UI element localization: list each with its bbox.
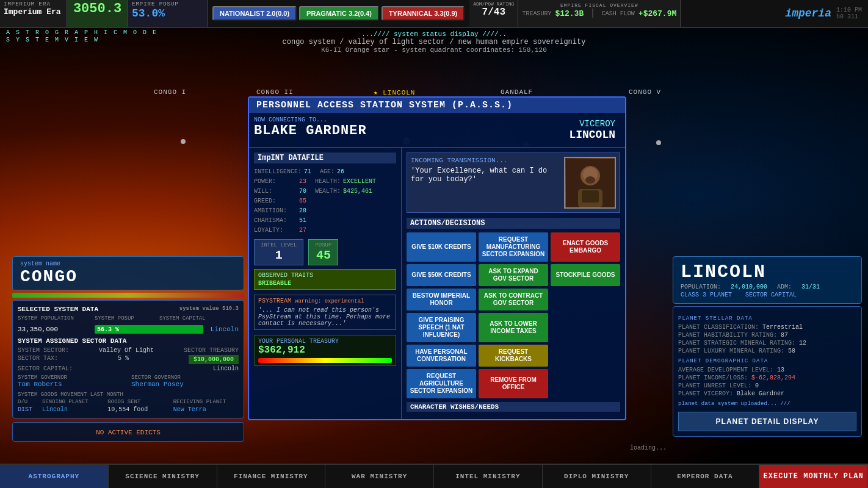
cashflow-key: CASH FLOW xyxy=(602,10,635,17)
year-value: 3050.3 xyxy=(73,1,121,16)
goods-header: D/U SENDING PLANET GOODS SENT RECIEVING … xyxy=(18,399,239,405)
power-val: 23 xyxy=(299,177,306,187)
req-agri-button[interactable]: REQUEST AGRICULTURE SECTOR EXPANSION xyxy=(407,369,476,398)
charisma-key: CHARISMA: xyxy=(254,216,297,226)
sys-gov-title: SYSTEM GOVERNOR xyxy=(18,375,125,381)
bestow-honor-button[interactable]: BESTOW IMPERIAL HONOR xyxy=(407,289,476,310)
stat-intelligence: INTELLIGENCE: 71 AGE: 26 xyxy=(254,167,396,177)
nav-science[interactable]: SCIENCE MINISTRY xyxy=(109,465,217,488)
wealth-key: WEALTH: xyxy=(315,187,341,196)
pop-value: 33,350,000 xyxy=(18,326,91,333)
intel-posup-row: INTEL LEVEL 1 POSUP 45 xyxy=(254,239,396,265)
req-mfg-button[interactable]: REQUEST MANUFACTURING SECTOR EXPANSION xyxy=(479,232,548,262)
viceroy-block: VICEROY LINCOLN xyxy=(564,117,620,143)
gandalf-label: GANDALF xyxy=(501,88,533,96)
logo: imperia xyxy=(785,7,831,20)
nationalist-badge[interactable]: NATIONALIST 2.0(0.0) xyxy=(212,6,297,21)
tax-key: SECTOR TAX: xyxy=(18,355,58,364)
sector-treasury-val: $10,000,000 xyxy=(189,355,239,364)
system-stats-bars: SYSTEM POPULATION SYSTEM POSUP SYSTEM CA… xyxy=(18,315,239,321)
give-10k-button[interactable]: GIVE $10K CREDITS xyxy=(407,232,476,262)
give-50k-button[interactable]: GIVE $50K CREDITS xyxy=(407,264,476,286)
tyrannical-badge[interactable]: TYRANNICAL 3.3(0.9) xyxy=(382,6,465,21)
sector-section: SYSTEM ASSIGNED SECTOR DATA SYSTEM SECTO… xyxy=(18,337,239,372)
nav-diplo[interactable]: DIPLO MINISTRY xyxy=(543,465,651,488)
loyalty-val: 27 xyxy=(299,226,306,235)
nav-execute[interactable]: EXECUTE MONTHLY PLAN xyxy=(759,465,868,488)
traits-title: OBSERVED TRAITS xyxy=(258,272,392,279)
kickbacks-button[interactable]: REQUEST KICKBACKS xyxy=(479,345,548,367)
power-key: POWER: xyxy=(254,177,297,187)
connecting-label: NOW CONNECTING TO... xyxy=(254,117,367,123)
lincoln-label[interactable]: ★ LINCOLN xyxy=(374,88,415,96)
svg-rect-5 xyxy=(582,190,599,203)
nav-astrography[interactable]: ASTROGRAPHY xyxy=(0,465,109,488)
remove-office-button[interactable]: REMOVE FROM OFFICE xyxy=(479,369,548,398)
capital-val2: Lincoln xyxy=(213,365,239,372)
lincoln-adm-val: 31/31 xyxy=(801,284,820,290)
classification-val: Terrestrial xyxy=(762,324,803,331)
stat-will: WILL: 70 WEALTH: $425,461 xyxy=(254,187,396,196)
greed-key: GREED: xyxy=(254,196,297,206)
sector-gov-name[interactable]: Sherman Posey xyxy=(131,381,239,388)
habitability-row: PLANET HABITABILITY RATING: 87 xyxy=(678,332,856,339)
incoming-text: 'Your Excellence, what can I do for you … xyxy=(411,167,559,184)
congo1-label: CONGO I xyxy=(154,88,186,96)
posup-bar: 56.3 % xyxy=(95,325,203,334)
sys-gov-name[interactable]: Tom Roberts xyxy=(18,381,125,388)
upload-label: planet data system uploaded... /// xyxy=(678,401,856,407)
greed-val: 65 xyxy=(299,196,306,206)
capital-value: Lincoln xyxy=(211,326,239,333)
viceroy-val: Blake Gardner xyxy=(737,390,784,397)
goods-table: SYSTEM GOODS MOVEMENT LAST MONTH D/U SEN… xyxy=(18,392,239,413)
income-val: $-62,828,294 xyxy=(751,375,795,381)
system-label: system name xyxy=(20,260,236,267)
trait-bribeable: BRIBEABLE xyxy=(258,280,392,287)
posup-label: POSUP xyxy=(315,242,331,248)
psystream-title: PSYSTREAM xyxy=(258,298,291,304)
personal-conv-button[interactable]: HAVE PERSONAL CONVERSATION xyxy=(407,345,476,367)
enact-goods-button[interactable]: ENACT GOODS EMBARGO xyxy=(551,232,620,262)
demo-title: planet demographic data xyxy=(678,358,856,364)
income-key: PLANET INCOME/LOSS: xyxy=(678,375,748,381)
planet-class-row: CLASS 3 PLANET SECTOR CAPITAL xyxy=(681,292,854,298)
pass-content: ImpINT DATAFILE INTELLIGENCE: 71 AGE: 26… xyxy=(249,148,625,419)
sector-name-row: SYSTEM SECTOR: Valley Of Light SECTOR TR… xyxy=(18,347,239,354)
give-speech-button[interactable]: GIVE PRAISING SPEECH (1 NAT INFLUENCE) xyxy=(407,313,476,342)
treasury-value: $12.3B xyxy=(555,9,584,18)
nav-intel[interactable]: INTEL MINISTRY xyxy=(434,465,543,488)
capital-col-label: SYSTEM CAPITAL xyxy=(159,315,206,321)
edicts-label: NO ACTIVE EDICTS xyxy=(96,429,161,436)
ask-contract-gov-button[interactable]: ASK TO CONTRACT GOV SECTOR xyxy=(479,289,548,310)
right-panel: LINCOLN POPULATION: 24,010,000 ADM: 31/3… xyxy=(673,256,862,437)
stockpile-button[interactable]: STOCKPILE GOODS xyxy=(551,264,620,286)
pragmatic-badge[interactable]: PRAGMATIC 3.2(0.4) xyxy=(299,6,379,21)
wishes-title: CHARACTER WISHES/NEEDS xyxy=(407,402,620,412)
selected-data-title: SELECTED SYSTEM DATA system value 510.3 xyxy=(18,306,239,313)
lincoln-header: LINCOLN POPULATION: 24,010,000 ADM: 31/3… xyxy=(673,256,862,304)
pop-label: SYSTEM POPULATION xyxy=(18,315,91,321)
nav-emperor[interactable]: EMPEROR DATA xyxy=(651,465,760,488)
nav-war[interactable]: WAR MINISTRY xyxy=(325,465,434,488)
pass-header: NOW CONNECTING TO... BLAKE GARDNER VICER… xyxy=(249,113,625,148)
age-val: 26 xyxy=(337,167,344,177)
system-view-label: S Y S T E M V I E W xyxy=(6,37,99,43)
viceroy-title: VICEROY xyxy=(569,119,615,129)
top-bar: IMPERIUM ERA Imperium Era 3050.3 EMPIRE … xyxy=(0,0,868,28)
system-stats-vals: 33,350,000 56.3 % Lincoln xyxy=(18,325,239,334)
stellar-title: planet stellar data xyxy=(678,315,856,321)
treasury-title: YOUR PERSONAL TREASURY xyxy=(258,338,392,345)
stat-ambition: AMBITION: 28 xyxy=(254,206,396,216)
psystream-text: '... I can not read this person's PsyStr… xyxy=(258,307,392,327)
planet-detail-button[interactable]: PLANET DETAIL DISPLAY xyxy=(678,412,856,431)
will-key: WILL: xyxy=(254,187,297,196)
intel-val: 71 xyxy=(304,167,311,177)
congo5-label: CONGO V xyxy=(629,88,661,96)
ask-expand-gov-button[interactable]: ASK TO EXPAND GOV SECTOR xyxy=(479,264,548,286)
ask-lower-taxes-button[interactable]: ASK TO LOWER INCOME TAXES xyxy=(479,313,548,342)
health-key: HEALTH: xyxy=(315,177,341,187)
intel-level-box: INTEL LEVEL 1 xyxy=(254,239,303,265)
lincoln-adm-label: ADM: xyxy=(777,284,792,290)
top-right: imperia 1:10 PM b0 311 xyxy=(779,0,868,27)
nav-finance[interactable]: FINANCE MINISTRY xyxy=(217,465,326,488)
